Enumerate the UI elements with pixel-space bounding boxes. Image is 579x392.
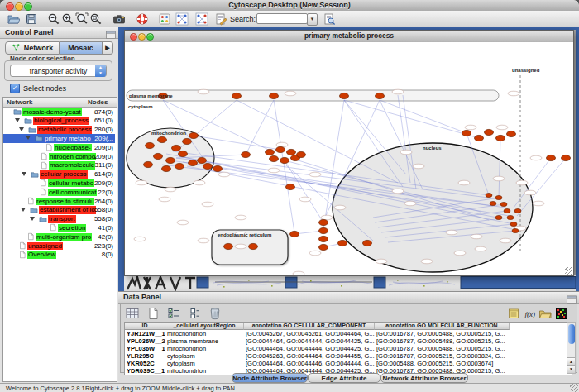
tree-row-unassigned[interactable]: unassigned223(0) xyxy=(3,241,115,251)
dp-checkpair-icon[interactable] xyxy=(188,307,202,320)
tree-row-overview[interactable]: Overview8(0) xyxy=(3,251,115,260)
network-window-resize-grip[interactable] xyxy=(565,267,572,275)
graph-node[interactable] xyxy=(547,155,556,160)
vizmap-icon[interactable] xyxy=(158,12,171,26)
tree-row-cellular-metabo[interactable]: cellular metabo209(0) xyxy=(3,179,115,188)
graph-node[interactable] xyxy=(287,149,296,155)
table-cell[interactable]: YLR295C xyxy=(125,352,165,360)
graph-node[interactable] xyxy=(162,165,171,171)
network-view-window[interactable]: primary metabolic process plasma membran… xyxy=(124,30,574,276)
graph-node[interactable] xyxy=(189,160,198,165)
graph-node[interactable] xyxy=(504,208,510,213)
graph-node[interactable] xyxy=(512,228,519,232)
column-header-2[interactable]: _cellularLayoutRegion xyxy=(165,323,244,330)
graph-node[interactable] xyxy=(198,157,207,163)
tab-edge-attribute-browser[interactable]: Edge Attribute Browser xyxy=(308,373,380,383)
zoom-region-icon[interactable] xyxy=(89,12,103,26)
graph-node[interactable] xyxy=(280,157,290,163)
tree-row-biological-process[interactable]: biological_process651(0) xyxy=(3,117,115,126)
tab-node-attribute-browser[interactable]: Node Attribute Browser xyxy=(232,373,308,383)
graph-node[interactable] xyxy=(507,215,514,219)
graph-node[interactable] xyxy=(266,149,275,155)
graph-node[interactable] xyxy=(270,93,279,98)
float-panel-icon[interactable] xyxy=(104,28,114,38)
tree-row-establishment-of-lo[interactable]: establishment of lo558(0) xyxy=(3,206,115,215)
scrollbar-thumb[interactable] xyxy=(568,324,575,344)
graph-node[interactable] xyxy=(496,135,505,141)
table-cell[interactable]: [GO:0044464, GO:0044444, GO:0044425, G..… xyxy=(244,345,375,352)
zoom-out-icon[interactable] xyxy=(47,12,60,26)
tree-row-nucleobase-[interactable]: nucleobase-209(0) xyxy=(3,143,115,152)
expander-icon[interactable] xyxy=(19,127,24,131)
tree-row-primary-metabo[interactable]: primary metabo209(... xyxy=(3,134,115,143)
graph-node[interactable] xyxy=(224,243,233,249)
column-header-1[interactable]: ID xyxy=(125,323,165,330)
scroll-down-button[interactable]: ▼ xyxy=(567,365,575,373)
select-nodes-checkbox[interactable]: ✓ xyxy=(10,84,20,93)
graph-node[interactable] xyxy=(276,146,285,152)
graph-node[interactable] xyxy=(270,155,279,161)
app-resize-grip[interactable] xyxy=(570,384,578,392)
table-cell[interactable]: [GO:0044464, GO:0044444, GO:0044425, G..… xyxy=(244,337,375,345)
table-cell[interactable]: [GO:0045263, GO:0044464, GO:0044455, G..… xyxy=(244,352,375,360)
graph-node[interactable] xyxy=(507,131,516,136)
graph-node[interactable] xyxy=(154,153,163,159)
dropdown-stepper-icon[interactable]: ▲▼ xyxy=(95,65,106,77)
dp-notepad-icon[interactable] xyxy=(507,307,521,320)
node-color-dropdown[interactable]: transporter activity ▲▼ xyxy=(10,65,107,77)
search-input[interactable] xyxy=(256,13,308,24)
tree-row-mosaic-demo-yeast[interactable]: mosaic-demo-yeast874(0) xyxy=(3,108,115,117)
open-folder-icon[interactable] xyxy=(7,12,20,26)
table-cell[interactable]: cytoplasm xyxy=(165,352,244,360)
dp-table-icon[interactable] xyxy=(126,307,140,320)
tree-row-nitrogen-compo[interactable]: nitrogen compo209(0) xyxy=(3,152,115,161)
tree-row-transport[interactable]: transport558(0) xyxy=(3,215,115,224)
table-cell[interactable]: mitochondrion xyxy=(165,330,244,337)
tree-row-multi-organism-pro[interactable]: multi-organism pro42(0) xyxy=(3,232,115,241)
graph-node[interactable] xyxy=(144,161,153,167)
float-panel-icon[interactable] xyxy=(565,293,575,303)
graph-node[interactable] xyxy=(179,151,188,156)
dp-new-icon[interactable] xyxy=(146,307,160,320)
table-cell[interactable]: YJR121W__1 xyxy=(125,330,165,337)
tree-row-macromolecule[interactable]: macromolecule311(0) xyxy=(3,161,115,170)
graph-node[interactable] xyxy=(319,227,328,233)
table-cell[interactable]: [GO:0044464, GO:0044446, GO:0044444, G..… xyxy=(244,360,375,367)
table-cell[interactable]: [GO:0016787, GO:0005488, GO:0005215, G..… xyxy=(375,345,510,352)
dp-folder-icon[interactable] xyxy=(538,307,553,320)
graph-node[interactable] xyxy=(363,240,372,246)
advanced-search-icon[interactable] xyxy=(323,12,336,26)
expander-icon[interactable] xyxy=(30,217,35,221)
table-cell[interactable]: cytoplasm xyxy=(165,360,244,367)
column-header-3[interactable]: annotation.GO CELLULAR_COMPONENT xyxy=(244,323,375,330)
graph-node[interactable] xyxy=(290,231,299,237)
table-cell[interactable]: [GO:0005488, GO:0005215, GO:0003674] xyxy=(375,360,510,367)
graph-node[interactable] xyxy=(338,240,347,246)
save-icon[interactable] xyxy=(25,12,38,26)
table-cell[interactable]: [GO:0016787, GO:0005215, GO:0003824, G..… xyxy=(375,352,510,360)
graph-node[interactable] xyxy=(485,129,494,135)
tree-row-secretion[interactable]: secretion41(0) xyxy=(3,223,115,232)
graph-node[interactable] xyxy=(146,142,155,148)
tree-row-metabolic-process[interactable]: metabolic process280(0) xyxy=(3,126,115,135)
tree-row-cell-communicat[interactable]: cell communicat22(0) xyxy=(3,188,115,197)
graph-node[interactable] xyxy=(486,193,492,197)
graph-node[interactable] xyxy=(213,165,223,171)
graph-node[interactable] xyxy=(495,195,502,199)
zoom-in-icon[interactable] xyxy=(61,12,74,26)
expander-icon[interactable] xyxy=(22,172,26,176)
graph-node[interactable] xyxy=(232,93,242,98)
graph-node[interactable] xyxy=(189,132,199,138)
graph-node[interactable] xyxy=(319,236,328,241)
tree-row-cellular-process[interactable]: cellular process614(0) xyxy=(3,170,115,179)
graph-node[interactable] xyxy=(319,219,328,225)
table-cell[interactable]: YPL036W__2 xyxy=(125,337,165,345)
tab-overflow-arrow[interactable]: ▶ xyxy=(103,41,113,55)
search-dropdown-arrow[interactable]: ▼ xyxy=(307,13,318,26)
graph-node[interactable] xyxy=(462,130,471,136)
tab-network-attribute-browser[interactable]: Network Attribute Browser xyxy=(380,373,468,383)
expander-icon[interactable] xyxy=(26,136,31,140)
graph-node[interactable] xyxy=(166,157,175,163)
table-cell[interactable]: mitochondrion xyxy=(165,345,244,352)
tab-mosaic[interactable]: Mosaic xyxy=(60,41,103,55)
